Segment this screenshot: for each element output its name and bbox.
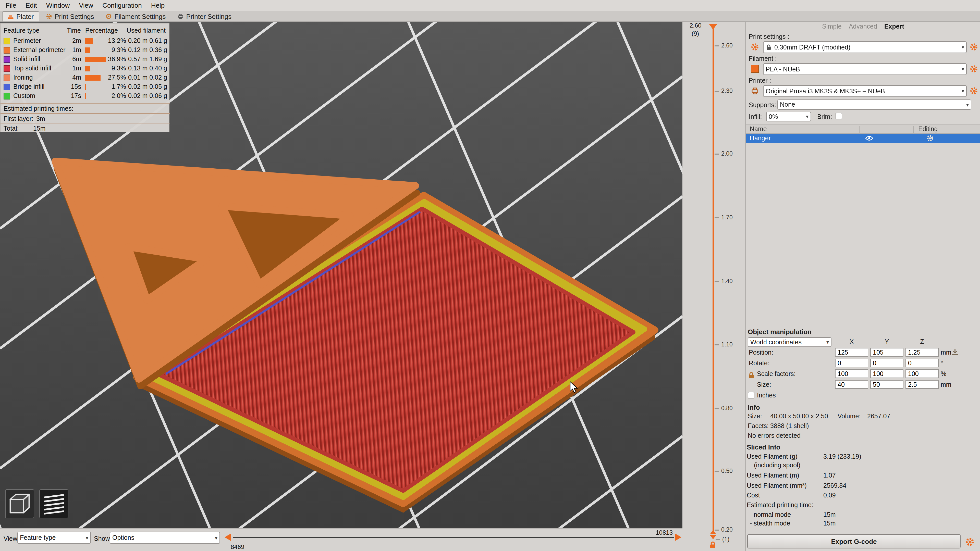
- name-column-header: Name: [750, 125, 767, 133]
- feature-time: 4m: [58, 74, 81, 81]
- filament-dropdown[interactable]: PLA - NUeB ▾: [763, 63, 967, 75]
- hslider-left-arrow[interactable]: [224, 534, 231, 541]
- sliced-info-row: Used Filament (mm³) 2569.84: [746, 482, 980, 491]
- mode-advanced[interactable]: Advanced: [849, 23, 877, 30]
- coordinates-dropdown[interactable]: World coordinates ▾: [748, 337, 832, 347]
- view-type-dropdown[interactable]: Feature type ▾: [18, 532, 91, 544]
- sliced-value: 1.07: [823, 472, 836, 479]
- feature-used-filament: 0.02 m 0.05 g: [128, 83, 167, 90]
- mode-expert[interactable]: Expert: [884, 23, 904, 30]
- legend-header-used: Used filament: [127, 27, 165, 34]
- hslider-right-arrow[interactable]: [675, 534, 681, 541]
- rotate-x-input[interactable]: [835, 359, 868, 367]
- show-label: Show: [94, 535, 110, 542]
- layer-slider-track[interactable]: [713, 29, 714, 533]
- settings-tab-bar: Plater Print Settings Filament Settings …: [0, 11, 980, 22]
- size-z-input[interactable]: [905, 380, 939, 389]
- object-list-row-hanger[interactable]: Hanger: [746, 134, 980, 143]
- axis-header-x: X: [835, 338, 868, 345]
- menu-file[interactable]: File: [1, 0, 21, 10]
- size-y-input[interactable]: [870, 380, 904, 389]
- row-editing-gear-icon[interactable]: [926, 135, 934, 142]
- position-label: Position:: [749, 349, 773, 356]
- rotate-y-input[interactable]: [870, 359, 904, 367]
- filament-color-swatch: [751, 65, 759, 73]
- size-x-input[interactable]: [835, 380, 868, 389]
- drop-to-bed-icon[interactable]: [951, 348, 959, 356]
- info-volume-label: Volume:: [838, 413, 861, 420]
- menu-edit[interactable]: Edit: [21, 0, 41, 10]
- feature-time: 15s: [58, 83, 81, 90]
- info-errors-text: No errors detected: [748, 432, 800, 439]
- preview-view-button[interactable]: [39, 489, 68, 518]
- printer-icon: [177, 13, 183, 19]
- tab-printer-settings[interactable]: Printer Settings: [172, 11, 237, 21]
- position-x-input[interactable]: [835, 348, 868, 357]
- info-size-label: Size:: [748, 413, 762, 420]
- print-settings-gear-icon: [46, 13, 52, 19]
- scale-x-input[interactable]: [835, 369, 868, 378]
- menu-configuration[interactable]: Configuration: [98, 0, 146, 10]
- tab-label: Plater: [16, 13, 34, 21]
- tab-plater[interactable]: Plater: [2, 11, 39, 21]
- export-gcode-button[interactable]: Export G-code: [747, 534, 961, 548]
- scale-factors-row: Scale factors: %: [746, 369, 980, 379]
- info-facets-value: 3888 (1 shell): [770, 422, 809, 430]
- menu-window[interactable]: Window: [41, 0, 75, 10]
- position-y-input[interactable]: [870, 348, 904, 357]
- menu-view[interactable]: View: [74, 0, 98, 10]
- chevron-down-icon: ▾: [966, 102, 969, 107]
- infill-dropdown[interactable]: 0% ▾: [766, 112, 811, 121]
- chevron-down-icon: ▾: [215, 535, 218, 540]
- tab-print-settings[interactable]: Print Settings: [41, 11, 99, 21]
- hslider-track[interactable]: [233, 537, 674, 538]
- layer-range-lock-icon[interactable]: [709, 541, 717, 549]
- rot-z-input[interactable]: [905, 359, 939, 367]
- eye-icon[interactable]: [865, 136, 873, 141]
- edit-filament-gear-icon[interactable]: [970, 65, 978, 73]
- scale-z-input[interactable]: [905, 369, 939, 378]
- legend-header-feature: Feature type: [3, 27, 39, 34]
- first-layer-value: 3m: [36, 115, 45, 122]
- feature-used-filament: 0.12 m 0.36 g: [128, 46, 167, 54]
- edit-print-settings-gear-icon[interactable]: [970, 43, 978, 51]
- feature-used-filament: 0.02 m 0.06 g: [128, 92, 167, 100]
- tab-filament-settings[interactable]: Filament Settings: [101, 11, 171, 21]
- position-z-input[interactable]: [905, 348, 939, 357]
- feature-time: 1m: [58, 46, 81, 54]
- inches-checkbox[interactable]: [748, 392, 754, 399]
- layer-slider-bottom-handle-up[interactable]: [710, 530, 716, 534]
- infill-value: 0%: [769, 113, 778, 120]
- print-settings-dropdown[interactable]: 0.30mm DRAFT (modified) ▾: [763, 41, 967, 53]
- 3d-preview-viewport[interactable]: Feature type Time Percentage Used filame…: [0, 22, 682, 528]
- brim-checkbox[interactable]: [835, 113, 842, 119]
- info-size-value: 40.00 x 50.00 x 2.50: [770, 413, 828, 420]
- edit-printer-gear-icon[interactable]: [970, 87, 978, 95]
- estimated-times-title-row: Estimated printing times:: [0, 103, 170, 112]
- object-name: Hanger: [750, 135, 771, 142]
- menu-help[interactable]: Help: [146, 0, 169, 10]
- feature-percentage-bar: [85, 66, 90, 71]
- layer-current-value: 2.60: [690, 22, 702, 29]
- mode-simple[interactable]: Simple: [822, 23, 842, 30]
- sliced-info-title: Sliced Info: [747, 443, 780, 451]
- show-options-dropdown[interactable]: Options ▾: [110, 532, 220, 544]
- view-label: View: [3, 535, 18, 542]
- layer-tick-label: 0.50: [721, 468, 743, 474]
- export-settings-gear-icon[interactable]: [965, 537, 974, 546]
- sliced-value: 0.09: [823, 492, 836, 499]
- sliced-label: Estimated printing time:: [747, 502, 813, 509]
- legend-header-time: Time: [67, 27, 81, 34]
- supports-dropdown[interactable]: None ▾: [777, 100, 971, 110]
- feature-color-swatch: [3, 47, 10, 54]
- editor-view-button[interactable]: [5, 489, 34, 518]
- layers-icon: [40, 490, 68, 518]
- sliced-value: 15m: [823, 511, 836, 518]
- printer-dropdown[interactable]: Original Prusa i3 MK3S & MK3S+ – NUeB ▾: [763, 85, 967, 97]
- layer-slider-bottom-handle-down[interactable]: [710, 535, 716, 539]
- layer-bottom-index: (1): [722, 536, 744, 542]
- layer-slider-top-handle[interactable]: [709, 24, 717, 30]
- size-label: Size:: [757, 381, 771, 388]
- coordinates-value: World coordinates: [750, 338, 802, 346]
- scale-y-input[interactable]: [870, 369, 904, 378]
